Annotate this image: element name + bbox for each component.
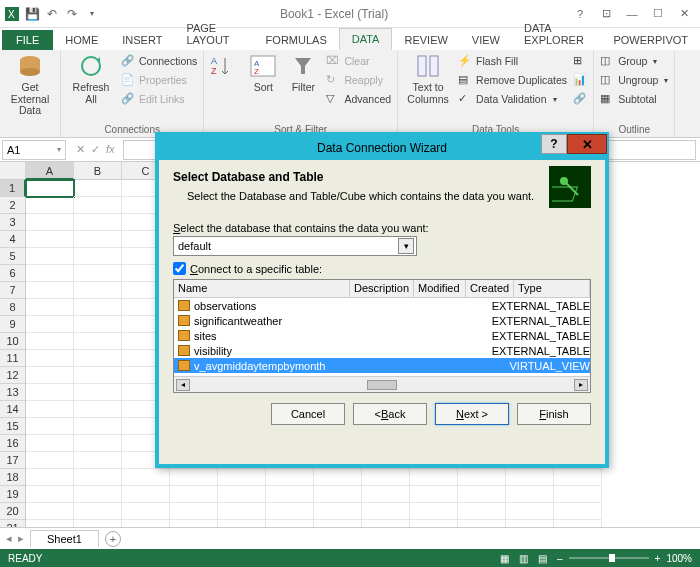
relationships-button[interactable]: 🔗 [573,90,587,108]
row-header-16[interactable]: 16 [0,435,26,452]
cell-B8[interactable] [74,299,122,316]
chevron-down-icon[interactable]: ▾ [57,145,61,154]
cell-I18[interactable] [410,469,458,486]
filter-button[interactable]: Filter [286,52,320,94]
flash-fill-button[interactable]: ⚡Flash Fill [458,52,567,70]
cell-I19[interactable] [410,486,458,503]
row-header-10[interactable]: 10 [0,333,26,350]
scroll-right-icon[interactable]: ▸ [574,379,588,391]
cell-B14[interactable] [74,401,122,418]
cell-B7[interactable] [74,282,122,299]
cell-B16[interactable] [74,435,122,452]
tab-data-explorer[interactable]: DATA EXPLORER [512,18,601,50]
cell-A8[interactable] [26,299,74,316]
connections-button[interactable]: 🔗Connections [121,52,197,70]
cell-J18[interactable] [458,469,506,486]
tab-insert[interactable]: INSERT [110,30,174,50]
col-modified[interactable]: Modified [414,280,466,297]
sort-az-button[interactable]: AZ [210,52,240,80]
back-button[interactable]: < Back [353,403,427,425]
finish-button[interactable]: Finish [517,403,591,425]
cell-A1[interactable] [26,180,74,197]
row-header-7[interactable]: 7 [0,282,26,299]
cell-B2[interactable] [74,197,122,214]
sheet-nav-next-icon[interactable]: ▸ [18,532,24,545]
row-header-1[interactable]: 1 [0,180,26,197]
cell-B20[interactable] [74,503,122,520]
minimize-icon[interactable]: — [620,5,644,23]
remove-duplicates-button[interactable]: ▤Remove Duplicates [458,71,567,89]
row-header-2[interactable]: 2 [0,197,26,214]
table-row[interactable]: significantweatherEXTERNAL_TABLE [174,313,590,328]
cell-D18[interactable] [170,469,218,486]
cell-K18[interactable] [506,469,554,486]
horizontal-scrollbar[interactable]: ◂ ▸ [174,376,590,392]
cell-G18[interactable] [314,469,362,486]
col-name[interactable]: Name [174,280,350,297]
cell-B15[interactable] [74,418,122,435]
qat-dropdown-icon[interactable]: ▾ [84,6,100,22]
cell-A16[interactable] [26,435,74,452]
row-header-3[interactable]: 3 [0,214,26,231]
clear-filter-button[interactable]: ⌧Clear [326,52,391,70]
cell-D20[interactable] [170,503,218,520]
tab-data[interactable]: DATA [339,28,393,50]
row-header-13[interactable]: 13 [0,384,26,401]
name-box[interactable]: A1▾ [2,140,66,160]
cell-A17[interactable] [26,452,74,469]
row-header-14[interactable]: 14 [0,401,26,418]
dialog-close-button[interactable]: ✕ [567,134,607,154]
next-button[interactable]: Next > [435,403,509,425]
row-header-12[interactable]: 12 [0,367,26,384]
cell-A5[interactable] [26,248,74,265]
cell-C18[interactable] [122,469,170,486]
reapply-button[interactable]: ↻Reapply [326,71,391,89]
cell-L20[interactable] [554,503,602,520]
cell-F20[interactable] [266,503,314,520]
cell-A11[interactable] [26,350,74,367]
ungroup-button[interactable]: ◫Ungroup▾ [600,71,668,89]
scroll-left-icon[interactable]: ◂ [176,379,190,391]
cell-B10[interactable] [74,333,122,350]
tab-page-layout[interactable]: PAGE LAYOUT [174,18,253,50]
cancel-formula-icon[interactable]: ✕ [76,143,85,156]
row-header-4[interactable]: 4 [0,231,26,248]
cell-C20[interactable] [122,503,170,520]
redo-icon[interactable]: ↷ [64,6,80,22]
cell-B4[interactable] [74,231,122,248]
col-type[interactable]: Type [514,280,590,297]
view-page-layout-icon[interactable]: ▥ [519,553,528,564]
table-row[interactable]: v_avgmiddaytempbymonthVIRTUAL_VIEW [174,358,590,373]
cell-B18[interactable] [74,469,122,486]
row-header-11[interactable]: 11 [0,350,26,367]
cell-A12[interactable] [26,367,74,384]
cell-A14[interactable] [26,401,74,418]
col-description[interactable]: Description [350,280,414,297]
close-icon[interactable]: ✕ [672,5,696,23]
cell-L19[interactable] [554,486,602,503]
properties-button[interactable]: 📄Properties [121,71,197,89]
view-normal-icon[interactable]: ▦ [500,553,509,564]
row-header-18[interactable]: 18 [0,469,26,486]
chevron-down-icon[interactable]: ▾ [398,238,414,254]
cell-A10[interactable] [26,333,74,350]
cell-D19[interactable] [170,486,218,503]
row-header-19[interactable]: 19 [0,486,26,503]
table-row[interactable]: sitesEXTERNAL_TABLE [174,328,590,343]
tab-home[interactable]: HOME [53,30,110,50]
cell-A19[interactable] [26,486,74,503]
cell-G19[interactable] [314,486,362,503]
zoom-out-icon[interactable]: – [557,553,563,564]
cell-B12[interactable] [74,367,122,384]
data-validation-button[interactable]: ✓Data Validation▾ [458,90,567,108]
cell-A2[interactable] [26,197,74,214]
tab-file[interactable]: FILE [2,30,53,50]
cell-J19[interactable] [458,486,506,503]
cell-B11[interactable] [74,350,122,367]
column-header-B[interactable]: B [74,162,122,180]
cell-B1[interactable] [74,180,122,197]
cell-A6[interactable] [26,265,74,282]
zoom-slider[interactable] [569,557,649,559]
row-header-6[interactable]: 6 [0,265,26,282]
tab-view[interactable]: VIEW [460,30,512,50]
